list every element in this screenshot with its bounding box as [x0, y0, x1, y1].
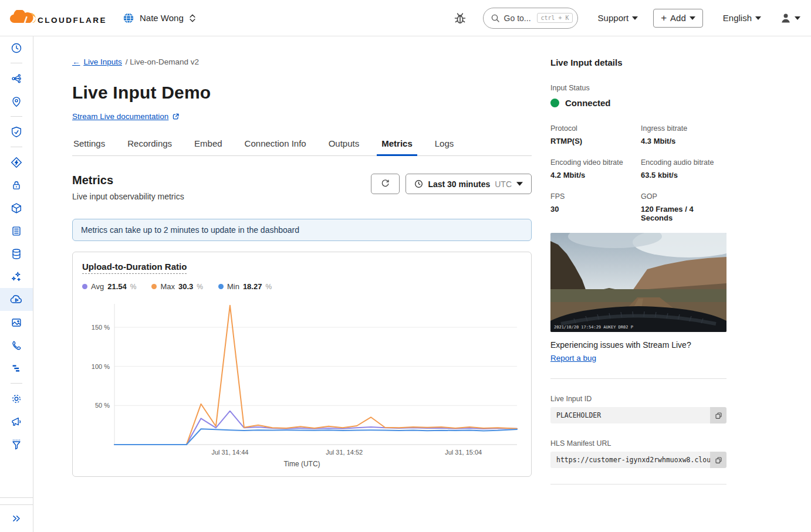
sidebar-item-notifications[interactable] [0, 410, 33, 433]
legend-item-max[interactable]: Max 30.3 % [151, 282, 203, 291]
legend-label: Min [227, 282, 239, 291]
cloudflare-wordmark: CLOUDFLARE [38, 16, 107, 26]
phone-icon [10, 339, 23, 352]
global-search[interactable]: Go to... ctrl + K [483, 8, 578, 29]
copy-hls-url-button[interactable] [710, 452, 726, 468]
svg-text:Jul 31, 14:44: Jul 31, 14:44 [211, 449, 248, 456]
tab-metrics[interactable]: Metrics [380, 138, 414, 155]
chevron-down-icon [632, 16, 638, 20]
funnel-icon [10, 438, 23, 451]
language-menu[interactable]: English [723, 13, 761, 23]
sidebar-item-cube[interactable] [0, 196, 33, 219]
gear-icon [10, 392, 23, 405]
tab-outputs[interactable]: Outputs [327, 138, 361, 155]
svg-text:Jul 31, 14:52: Jul 31, 14:52 [326, 449, 363, 456]
legend-unit: % [130, 283, 137, 291]
lock-icon [10, 179, 23, 192]
tab-connection-info[interactable]: Connection Info [244, 138, 307, 155]
copy-icon [714, 456, 723, 465]
legend-unit: % [197, 283, 203, 291]
legend-label: Avg [91, 282, 104, 291]
svg-text:50 %: 50 % [95, 402, 110, 409]
chevron-down-icon [755, 16, 761, 20]
sidebar-divider [11, 116, 22, 117]
time-range-dropdown[interactable]: Last 30 minutes UTC [406, 174, 532, 194]
sidebar-item-network[interactable] [0, 67, 33, 90]
cube-icon [10, 202, 23, 215]
input-status-label: Input Status [550, 84, 726, 92]
sidebar-item-filter[interactable] [0, 433, 33, 456]
megaphone-icon [10, 415, 23, 428]
details-title: Live Input details [550, 57, 726, 67]
nav-sidebar [0, 36, 33, 532]
bug-icon [452, 10, 468, 26]
metrics-heading: Metrics [72, 174, 184, 187]
sparkles-icon [10, 270, 23, 283]
report-a-bug-link[interactable]: Report a bug [550, 354, 596, 362]
cloudflare-logo[interactable]: CLOUDFLARE [8, 10, 107, 26]
account-switcher[interactable]: Nate Wong [122, 12, 197, 25]
search-placeholder: Go to... [504, 13, 533, 23]
field-ingress-bitrate: Ingress bitrate 4.3 Mbit/s [641, 124, 726, 145]
breadcrumb-back-link[interactable]: ← Live Inputs [72, 57, 122, 66]
sidebar-item-calls[interactable] [0, 334, 33, 357]
sidebar-item-images[interactable] [0, 311, 33, 334]
sidebar-item-settings[interactable] [0, 387, 33, 410]
sidebar-item-lock[interactable] [0, 174, 33, 196]
status-badge: Connected [565, 98, 611, 108]
legend-value: 30.3 [178, 282, 193, 291]
sidebar-bottom-band [0, 498, 33, 505]
sidebar-item-analytics[interactable] [0, 357, 33, 379]
sidebar-divider [11, 147, 22, 147]
legend-item-min[interactable]: Min 18.27 % [218, 282, 272, 291]
tab-embed[interactable]: Embed [193, 138, 224, 155]
sidebar-bottom-section [0, 497, 33, 532]
status-dot [550, 99, 559, 107]
user-icon [779, 11, 793, 25]
sidebar-item-clock-history[interactable] [0, 36, 33, 59]
sidebar-item-zap[interactable] [0, 151, 33, 174]
main-content: ← Live Inputs / Live-on-Demand v2 Live I… [72, 36, 532, 532]
copy-live-input-id-button[interactable] [710, 407, 726, 423]
add-label: Add [670, 13, 686, 23]
tab-recordings[interactable]: Recordings [126, 138, 173, 155]
chart-title[interactable]: Upload-to-Duration Ratio [82, 262, 187, 274]
search-icon [491, 13, 500, 23]
live-input-details-panel: Live Input details Input Status Connecte… [550, 36, 726, 532]
map-pin-icon [10, 95, 23, 108]
clock-history-icon [10, 42, 23, 55]
hls-manifest-url-value: https://customer-igynxd2rwhmuoxw8.cloudf [550, 452, 710, 468]
support-menu[interactable]: Support [598, 13, 638, 23]
upload-duration-ratio-chart[interactable]: 50 %100 %150 %Jul 31, 14:44Jul 31, 14:52… [82, 297, 522, 456]
chevron-down-icon [690, 16, 695, 20]
add-button[interactable]: + Add [653, 9, 703, 28]
chevron-down-icon [516, 182, 523, 186]
sidebar-item-shield[interactable] [0, 120, 33, 143]
field-gop: GOP 120 Frames / 4 Seconds [641, 192, 726, 222]
refresh-button[interactable] [371, 174, 400, 194]
live-preview-thumbnail: 2021/10/20 17:54:29 AUKEY DR02 P [550, 233, 726, 332]
sidebar-collapse-button[interactable] [0, 505, 33, 532]
user-menu[interactable] [779, 11, 800, 25]
search-shortcut-kbd: ctrl + K [537, 13, 572, 23]
report-bug-button[interactable] [452, 10, 468, 26]
sidebar-item-ai[interactable] [0, 265, 33, 288]
live-input-id-value: PLACEHOLDER [550, 407, 710, 423]
sidebar-item-stream[interactable] [0, 288, 33, 311]
tab-logs[interactable]: Logs [434, 138, 455, 155]
legend-item-avg[interactable]: Avg 21.54 % [82, 282, 136, 291]
server-icon [10, 225, 23, 238]
x-axis-title: Time (UTC) [82, 460, 522, 468]
copy-icon [714, 411, 723, 420]
sidebar-divider [11, 63, 22, 63]
switch-account-icon [188, 13, 197, 23]
field-protocol: Protocol RTMP(S) [550, 124, 641, 145]
stream-docs-link[interactable]: Stream Live documentation [72, 112, 168, 121]
sidebar-item-server[interactable] [0, 219, 33, 242]
tab-settings[interactable]: Settings [72, 138, 106, 155]
hls-manifest-url-label: HLS Manifest URL [550, 439, 726, 448]
sidebar-item-map-pin[interactable] [0, 90, 33, 113]
chart-card: Upload-to-Duration Ratio Avg 21.54 % Max… [72, 252, 532, 477]
sidebar-item-database[interactable] [0, 242, 33, 265]
divider [550, 378, 726, 379]
